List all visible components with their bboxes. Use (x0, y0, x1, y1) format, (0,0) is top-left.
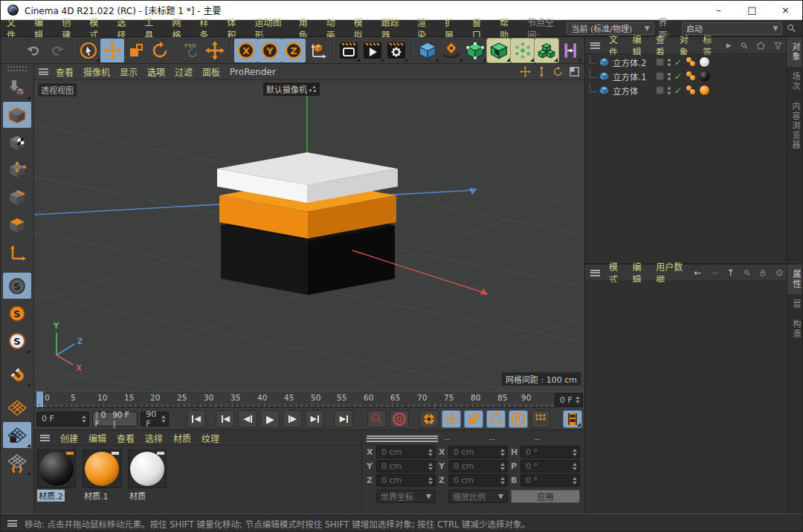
rotate-view-icon[interactable] (552, 66, 564, 77)
snap-settings-button[interactable]: S (3, 328, 31, 354)
material-menu-select[interactable]: 选择 (145, 432, 163, 444)
zoom-view-icon[interactable] (536, 66, 547, 77)
snap-enabled-button[interactable]: S (3, 300, 31, 326)
tab-structure[interactable]: 构造 (787, 314, 803, 344)
symmetry-tool-button[interactable] (558, 39, 582, 62)
material-menu-create[interactable]: 创建 (60, 432, 78, 444)
track-selection-icon[interactable]: ⊙ (775, 267, 783, 278)
object-name[interactable]: 立方体.1 (613, 71, 656, 82)
layer-toggle-icon[interactable] (656, 58, 664, 66)
material-thumbnail[interactable] (83, 450, 121, 488)
viewport-3d-scene[interactable]: Y Z X 透视视图 默认摄像机 网格间距 : 100 cm (34, 80, 584, 391)
search-icon[interactable] (741, 41, 749, 51)
material-menu-icon[interactable] (40, 435, 50, 441)
attribute-menu-icon[interactable] (590, 270, 600, 276)
play-button[interactable]: ▶ (260, 410, 280, 428)
viewport-menu-display[interactable]: 显示 (120, 65, 138, 78)
om-menu-tags[interactable]: 标签 (703, 33, 717, 58)
position-z-field[interactable]: 0 cm (376, 474, 436, 487)
enabled-check-icon[interactable]: ✓ (674, 57, 682, 68)
rotation-p-field[interactable]: 0 ° (520, 460, 580, 473)
render-to-picture-viewer-button[interactable] (361, 39, 384, 62)
material-menu-texture[interactable]: 纹理 (201, 432, 219, 444)
timeline-ruler[interactable]: 0 5 10 15 20 25 30 35 40 45 50 55 60 65 … (34, 391, 555, 408)
viewport-menu-view[interactable]: 查看 (56, 65, 74, 78)
viewport-menu-cameras[interactable]: 摄像机 (83, 65, 110, 78)
material-name[interactable]: 材质.1 (83, 490, 110, 502)
goto-end-button[interactable]: ▶ (334, 410, 353, 428)
scale-mode-select[interactable]: 缩放比例▼ (448, 490, 508, 503)
coordinates-menu-icon[interactable] (367, 435, 438, 442)
next-frame-button[interactable]: ▶ (283, 410, 302, 428)
rotation-b-field[interactable]: 0 ° (520, 474, 580, 487)
point-mode-button[interactable] (3, 157, 31, 183)
coordinate-system-select[interactable]: 世界坐标▼ (376, 490, 436, 503)
viewport-menu-options[interactable]: 选项 (147, 65, 165, 78)
visibility-dots-icon[interactable] (668, 59, 671, 66)
material-name[interactable]: 材质.2 (37, 490, 65, 502)
snap-disabled-button[interactable]: S (3, 273, 31, 299)
search-icon[interactable] (744, 268, 751, 277)
size-z-field[interactable]: 0 cm (448, 474, 508, 487)
key-position-toggle[interactable] (442, 410, 461, 428)
move-tool-button[interactable] (100, 39, 124, 62)
rotation-h-field[interactable]: 0 ° (520, 446, 580, 458)
enabled-check-icon[interactable]: ✓ (674, 85, 682, 96)
material-thumbnail[interactable] (128, 450, 167, 488)
workplane-button[interactable] (3, 395, 31, 421)
material-tag-orange[interactable] (699, 85, 710, 96)
coordinate-system-button[interactable] (306, 39, 329, 62)
last-tool-move-button[interactable] (203, 39, 227, 62)
material-item[interactable]: 材质 (128, 450, 170, 502)
visibility-dots-icon[interactable] (668, 87, 671, 94)
y-axis-lock-button[interactable]: Y (258, 39, 282, 62)
om-menu-file[interactable]: 文件 (609, 33, 624, 58)
apply-button[interactable]: 应用 (511, 490, 580, 503)
mograph-cloner-button[interactable] (511, 39, 535, 62)
next-key-button[interactable]: ▶ (305, 410, 324, 428)
pen-spline-button[interactable] (439, 39, 463, 62)
previous-key-button[interactable]: ◀ (216, 410, 235, 428)
key-scale-toggle[interactable] (464, 410, 483, 428)
enable-axis-button[interactable] (3, 239, 31, 265)
camera-label[interactable]: 默认摄像机 (263, 82, 320, 96)
texture-mode-button[interactable] (3, 129, 31, 155)
material-item[interactable]: 材质.2 (37, 450, 79, 502)
x-axis-lock-button[interactable]: X (234, 39, 258, 62)
key-parameter-toggle[interactable]: P (509, 410, 528, 428)
preview-range-slider[interactable]: ‖ 0 F 90 F ‖ (92, 412, 138, 426)
object-row[interactable]: 立方体.2 ✓ (585, 55, 787, 69)
material-tag-white[interactable] (699, 56, 710, 68)
material-item[interactable]: 材质.1 (83, 450, 124, 502)
rotate-tool-button[interactable] (148, 39, 172, 62)
scale-tool-button[interactable] (124, 39, 148, 62)
material-menu-edit[interactable]: 编辑 (88, 432, 106, 444)
autokey-button[interactable] (390, 410, 409, 428)
material-tag-black[interactable] (699, 71, 710, 82)
edge-mode-button[interactable] (3, 184, 31, 210)
object-row[interactable]: 立方体 ✓ (585, 83, 787, 97)
search-icon[interactable] (787, 23, 796, 33)
make-editable-button[interactable] (3, 74, 31, 100)
path-home-icon[interactable] (757, 41, 765, 51)
spinner-arrows-icon[interactable] (161, 415, 166, 423)
material-menu-view[interactable]: 查看 (117, 432, 135, 444)
volume-builder-button[interactable] (535, 39, 558, 62)
size-x-field[interactable]: 0 cm (448, 446, 508, 458)
om-menu-view[interactable]: 查看 (656, 33, 671, 58)
goto-start-button[interactable]: ◀ (187, 410, 206, 428)
toggle-panel-layout-icon[interactable] (569, 66, 580, 77)
status-menu-icon[interactable] (7, 520, 17, 527)
tab-objects[interactable]: 对象 (787, 37, 803, 67)
enabled-check-icon[interactable]: ✓ (674, 71, 682, 82)
phong-tag-icon[interactable] (686, 85, 696, 95)
attr-menu-mode[interactable]: 模式 (609, 260, 624, 285)
position-x-field[interactable]: 0 cm (376, 446, 436, 458)
filter-icon[interactable] (774, 41, 782, 51)
lock-workplane-button[interactable] (3, 422, 31, 448)
last-used-psr-button[interactable]: PSR (179, 39, 203, 62)
om-menu-edit[interactable]: 编辑 (633, 33, 648, 58)
attr-menu-userdata[interactable]: 用户数据 (656, 260, 685, 285)
object-name[interactable]: 立方体 (613, 85, 656, 97)
menu-overflow-icon[interactable]: ▶ (726, 42, 732, 49)
